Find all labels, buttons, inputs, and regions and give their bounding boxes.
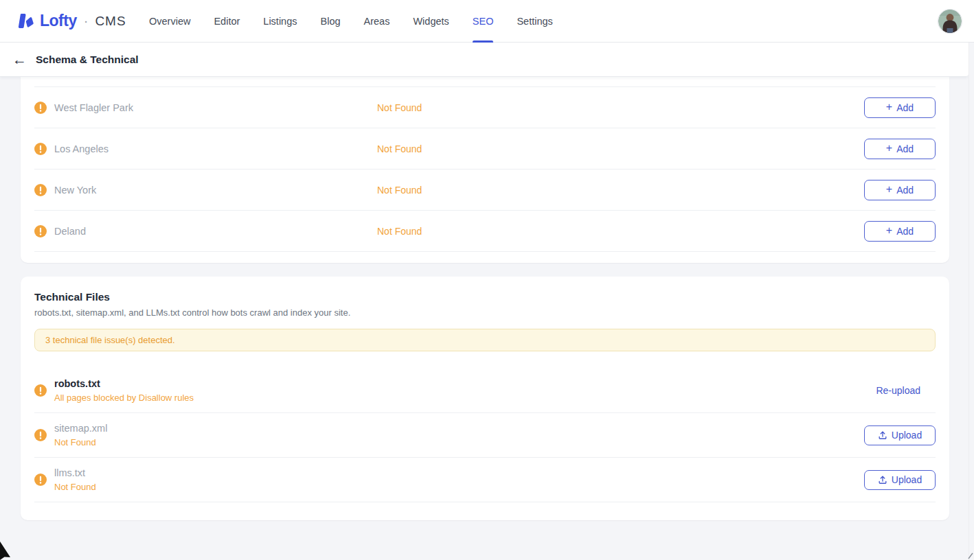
page-title: Schema & Technical: [36, 54, 139, 66]
technical-files-card: Technical Files robots.txt, sitemap.xml,…: [21, 277, 949, 520]
file-status: Not Found: [54, 482, 96, 492]
warning-icon: [34, 429, 47, 441]
nav-item-settings[interactable]: Settings: [517, 0, 552, 43]
file-status: Not Found: [54, 437, 107, 447]
upload-icon: [878, 475, 887, 485]
brand-separator: ·: [84, 13, 89, 29]
file-row-sitemap-xml: sitemap.xml Not Found Upload: [34, 413, 936, 458]
file-status: All pages blocked by Disallow rules: [54, 393, 194, 403]
add-button-label: Add: [896, 102, 914, 113]
schema-row-status: Not Found: [377, 143, 422, 154]
nav-item-widgets[interactable]: Widgets: [413, 0, 449, 43]
file-info: llms.txt Not Found: [54, 467, 96, 492]
add-button-label: Add: [896, 226, 914, 237]
file-name: sitemap.xml: [54, 423, 107, 434]
upload-button[interactable]: Upload: [864, 425, 936, 445]
schema-row-los-angeles: Los Angeles Not Found + Add: [34, 128, 936, 170]
technical-files-title: Technical Files: [34, 291, 936, 303]
re-upload-link[interactable]: Re-upload: [876, 385, 920, 396]
nav-item-areas[interactable]: Areas: [364, 0, 390, 43]
top-navigation-bar: Lofty · CMS Overview Editor Listings Blo…: [0, 0, 974, 43]
nav-item-overview[interactable]: Overview: [149, 0, 190, 43]
schema-card: West Flagler Park Not Found + Add Los An…: [21, 77, 949, 263]
warning-icon: [34, 474, 47, 486]
brand-name: Lofty: [40, 12, 77, 30]
warning-icon: [34, 184, 47, 196]
lofty-logo-icon: [16, 12, 35, 30]
file-name: llms.txt: [54, 467, 96, 479]
warning-icon: [34, 102, 47, 114]
file-row-llms-txt: llms.txt Not Found Upload: [34, 458, 936, 502]
brand-logo[interactable]: Lofty · CMS: [16, 12, 126, 30]
nav-item-editor[interactable]: Editor: [214, 0, 240, 43]
add-button-label: Add: [896, 143, 914, 154]
nav-item-listings[interactable]: Listings: [263, 0, 297, 43]
schema-row-status: Not Found: [377, 102, 422, 113]
resize-grip-icon: [967, 552, 973, 559]
technical-files-list: robots.txt All pages blocked by Disallow…: [34, 369, 936, 502]
nav-item-seo[interactable]: SEO: [473, 0, 494, 43]
schema-row-name: Deland: [54, 226, 86, 237]
plus-icon: +: [886, 143, 892, 154]
upload-button-label: Upload: [892, 474, 922, 485]
nav-item-blog[interactable]: Blog: [321, 0, 341, 43]
file-name: robots.txt: [54, 378, 194, 390]
file-info: robots.txt All pages blocked by Disallow…: [54, 378, 194, 403]
file-action: Upload: [864, 470, 936, 490]
warning-icon: [34, 225, 47, 237]
schema-row-west-flagler-park: West Flagler Park Not Found + Add: [34, 87, 936, 128]
add-button[interactable]: + Add: [864, 221, 936, 242]
alert-text: 3 technical file issue(s) detected.: [45, 335, 175, 345]
warning-icon: [34, 384, 47, 397]
technical-files-subtitle: robots.txt, sitemap.xml, and LLMs.txt co…: [34, 307, 936, 318]
file-row-robots-txt: robots.txt All pages blocked by Disallow…: [34, 369, 936, 413]
file-action: Re-upload: [876, 384, 936, 397]
plus-icon: +: [886, 102, 892, 113]
file-action: Upload: [864, 425, 936, 445]
schema-row-name: West Flagler Park: [54, 102, 133, 113]
file-info: sitemap.xml Not Found: [54, 423, 107, 447]
upload-button[interactable]: Upload: [864, 470, 936, 490]
app-label: CMS: [95, 14, 126, 29]
back-arrow-icon[interactable]: ←: [12, 52, 27, 67]
warning-icon: [34, 143, 47, 155]
content-area: West Flagler Park Not Found + Add Los An…: [0, 77, 970, 560]
schema-row-status: Not Found: [377, 185, 422, 196]
upload-icon: [878, 430, 887, 440]
upload-button-label: Upload: [892, 430, 922, 441]
user-avatar[interactable]: [938, 10, 962, 33]
schema-card-clipped-row: [34, 77, 936, 87]
plus-icon: +: [886, 184, 892, 195]
add-button[interactable]: + Add: [864, 97, 936, 118]
add-button[interactable]: + Add: [864, 180, 936, 200]
scrollbar-track[interactable]: [969, 43, 974, 560]
schema-row-name: New York: [54, 185, 96, 196]
schema-row-status: Not Found: [377, 226, 422, 237]
add-button[interactable]: + Add: [864, 139, 936, 159]
mouse-cursor-icon: [0, 541, 11, 560]
add-button-label: Add: [896, 185, 914, 196]
avatar-photo: [938, 10, 962, 33]
technical-issues-alert: 3 technical file issue(s) detected.: [34, 329, 936, 351]
plus-icon: +: [886, 225, 892, 236]
schema-row-new-york: New York Not Found + Add: [34, 170, 936, 211]
schema-row-deland: Deland Not Found + Add: [34, 211, 936, 252]
page-header: ← Schema & Technical: [0, 43, 969, 77]
main-nav: Overview Editor Listings Blog Areas Widg…: [149, 0, 553, 43]
schema-row-name: Los Angeles: [54, 143, 109, 154]
